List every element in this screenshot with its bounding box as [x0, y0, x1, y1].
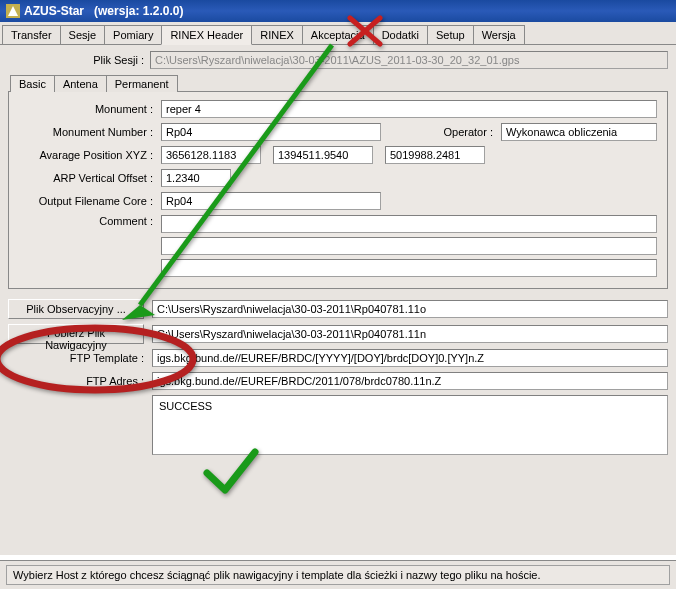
tab-transfer[interactable]: Transfer: [2, 25, 61, 44]
titlebar: AZUS-Star (wersja: 1.2.0.0): [0, 0, 676, 22]
tab-rinex[interactable]: RINEX: [251, 25, 303, 44]
monument-number-label: Monument Number :: [19, 126, 161, 138]
output-core-input[interactable]: [161, 192, 381, 210]
tab-sesje[interactable]: Sesje: [60, 25, 106, 44]
tab-wersja[interactable]: Wersja: [473, 25, 525, 44]
session-file-label: Plik Sesji :: [8, 54, 150, 66]
avg-x-input[interactable]: [161, 146, 261, 164]
operator-input[interactable]: [501, 123, 657, 141]
tab-setup[interactable]: Setup: [427, 25, 474, 44]
ftp-adres-label: FTP Adres :: [8, 375, 152, 387]
avgpos-label: Avarage Position XYZ :: [19, 149, 161, 161]
comment-label: Comment :: [19, 215, 161, 227]
operator-label: Operator :: [381, 126, 501, 138]
obs-file-button[interactable]: Plik Observacyjny ...: [8, 299, 144, 319]
app-icon: [6, 4, 20, 18]
comment-line2[interactable]: [161, 237, 657, 255]
basic-panel: Monument : Monument Number : Operator : …: [8, 91, 668, 289]
status-bar: Wybierz Host z którego chcesz ściągnąć p…: [0, 560, 676, 589]
window-version: (wersja: 1.2.0.0): [94, 4, 183, 18]
avg-y-input[interactable]: [273, 146, 373, 164]
nav-file-button[interactable]: Pobierz Plik Nawigacyjny: [8, 324, 144, 344]
session-file-input: [150, 51, 668, 69]
subtab-permanent[interactable]: Permanent: [106, 75, 178, 92]
status-output: SUCCESS: [152, 395, 668, 455]
main-tabs: Transfer Sesje Pomiary RINEX Header RINE…: [0, 22, 676, 45]
monument-label: Monument :: [19, 103, 161, 115]
ftp-template-label: FTP Template :: [8, 352, 152, 364]
arp-label: ARP Vertical Offset :: [19, 172, 161, 184]
status-bar-text: Wybierz Host z którego chcesz ściągnąć p…: [6, 565, 670, 585]
output-core-label: Output Filename Core :: [19, 195, 161, 207]
obs-file-input[interactable]: [152, 300, 668, 318]
ftp-template-input[interactable]: [152, 349, 668, 367]
nav-file-input[interactable]: [152, 325, 668, 343]
arp-input[interactable]: [161, 169, 231, 187]
tab-dodatki[interactable]: Dodatki: [373, 25, 428, 44]
window-title: AZUS-Star: [24, 4, 84, 18]
status-text: SUCCESS: [159, 400, 212, 412]
monument-input[interactable]: [161, 100, 657, 118]
tab-pomiary[interactable]: Pomiary: [104, 25, 162, 44]
subtab-antena[interactable]: Antena: [54, 75, 107, 92]
subtab-basic[interactable]: Basic: [10, 75, 55, 92]
comment-line1[interactable]: [161, 215, 657, 233]
monument-number-input[interactable]: [161, 123, 381, 141]
avg-z-input[interactable]: [385, 146, 485, 164]
comment-line3[interactable]: [161, 259, 657, 277]
content-panel: Plik Sesji : Basic Antena Permanent Monu…: [0, 45, 676, 555]
tab-rinex-header[interactable]: RINEX Header: [161, 25, 252, 45]
ftp-adres-input[interactable]: [152, 372, 668, 390]
tab-akceptacja[interactable]: Akceptacja: [302, 25, 374, 44]
sub-tabs: Basic Antena Permanent: [8, 75, 668, 92]
